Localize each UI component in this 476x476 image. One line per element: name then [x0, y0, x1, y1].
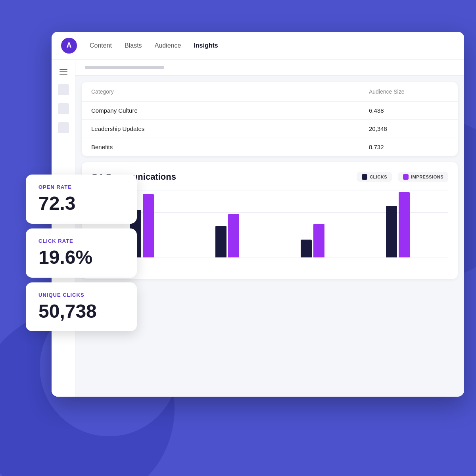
bar-group-3: [301, 224, 324, 257]
impressions-label: IMPRESSIONS: [411, 175, 443, 179]
logo[interactable]: A: [61, 38, 77, 54]
row-1-category: Company Culture: [91, 107, 369, 114]
stat-card-unique-clicks: UNIQUE CLICKS 50,738: [26, 282, 137, 332]
open-rate-value: 72.3: [38, 193, 124, 214]
nav-links: Content Blasts Audience Insights: [90, 42, 218, 49]
row-1-size: 6,438: [369, 107, 448, 114]
bar-group-2: [215, 214, 239, 257]
sidebar-item-1[interactable]: [58, 84, 69, 95]
bar-4-impressions: [399, 192, 410, 257]
search-bar-area: [75, 60, 464, 76]
clicks-label: CLICKS: [370, 175, 387, 179]
chart-container: [91, 190, 448, 269]
nav-insights[interactable]: Insights: [194, 42, 218, 49]
unique-clicks-label: UNIQUE CLICKS: [38, 292, 124, 298]
table-row[interactable]: Leadership Updates 20,348: [82, 120, 458, 138]
hamburger-menu[interactable]: [58, 67, 69, 76]
legend-impressions: IMPRESSIONS: [398, 172, 448, 182]
unique-clicks-value: 50,738: [38, 301, 124, 322]
row-3-category: Benefits: [91, 144, 369, 150]
bar-1-impressions: [143, 194, 154, 257]
impressions-dot: [403, 174, 409, 180]
bar-2-impressions: [228, 214, 239, 257]
bars-container: [91, 190, 448, 257]
audience-table: Category Audience Size Company Culture 6…: [82, 82, 458, 156]
click-rate-label: CLICK RATE: [38, 238, 124, 244]
chart-section: Q4 Communications CLICKS IMPRESSIONS: [82, 162, 458, 279]
row-3-size: 8,732: [369, 144, 448, 150]
hamburger-line-1: [60, 69, 67, 70]
col-audience-size: Audience Size: [369, 88, 448, 95]
navbar: A Content Blasts Audience Insights: [52, 32, 464, 60]
sidebar-item-3[interactable]: [58, 122, 69, 133]
table-row[interactable]: Benefits 8,732: [82, 138, 458, 156]
bar-3-clicks: [301, 240, 312, 257]
table-row[interactable]: Company Culture 6,438: [82, 102, 458, 120]
row-2-category: Leadership Updates: [91, 125, 369, 132]
nav-content[interactable]: Content: [90, 42, 112, 49]
col-category: Category: [91, 88, 369, 95]
open-rate-label: OPEN RATE: [38, 184, 124, 190]
clicks-dot: [362, 174, 367, 180]
click-rate-value: 19.6%: [38, 247, 124, 268]
stat-card-open-rate: OPEN RATE 72.3: [26, 175, 137, 224]
bar-4-clicks: [386, 206, 397, 257]
nav-blasts[interactable]: Blasts: [125, 42, 142, 49]
sidebar-item-2[interactable]: [58, 103, 69, 114]
stat-cards: OPEN RATE 72.3 CLICK RATE 19.6% UNIQUE C…: [26, 175, 137, 331]
bar-group-4: [386, 192, 410, 257]
bar-2-clicks: [215, 226, 226, 257]
chart-legend: CLICKS IMPRESSIONS: [357, 172, 448, 182]
stat-card-click-rate: CLICK RATE 19.6%: [26, 228, 137, 278]
table-header: Category Audience Size: [82, 82, 458, 102]
chart-header: Q4 Communications CLICKS IMPRESSIONS: [91, 172, 448, 182]
row-2-size: 20,348: [369, 125, 448, 132]
bar-3-impressions: [313, 224, 324, 257]
nav-audience[interactable]: Audience: [155, 42, 181, 49]
hamburger-line-2: [60, 71, 67, 72]
hamburger-line-3: [60, 74, 67, 75]
search-bar[interactable]: [85, 66, 164, 69]
legend-clicks: CLICKS: [357, 172, 392, 182]
